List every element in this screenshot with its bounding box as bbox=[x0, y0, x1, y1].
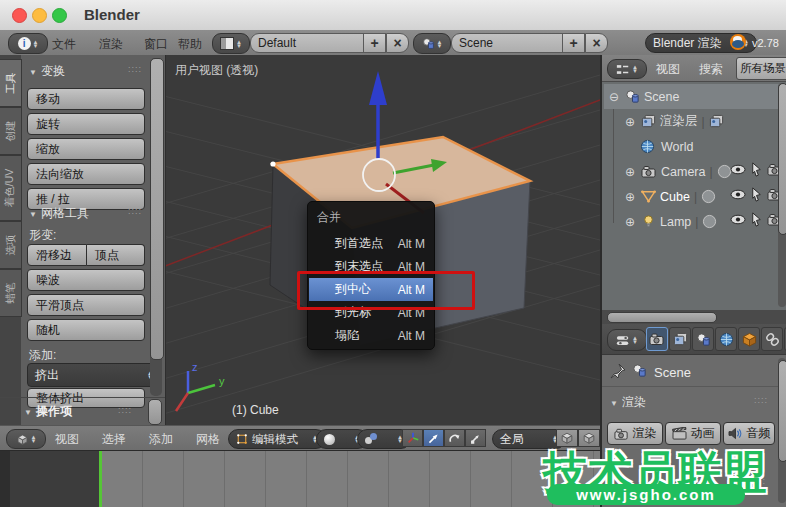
selectability-cursor-icon[interactable] bbox=[749, 162, 764, 177]
menu-file[interactable]: 文件 bbox=[52, 36, 76, 53]
outliner-tree-icon bbox=[616, 64, 630, 75]
shrink-fatten-button[interactable]: 法向缩放 bbox=[27, 163, 145, 185]
close-window-button[interactable] bbox=[12, 8, 27, 23]
timeline-playhead[interactable] bbox=[99, 451, 102, 507]
plus-icon: + bbox=[569, 35, 577, 51]
layout-name-field[interactable]: Default bbox=[250, 33, 371, 53]
extrude-dropdown[interactable]: 挤出 ▲▼ bbox=[27, 363, 161, 387]
selectability-cursor-icon[interactable] bbox=[749, 187, 764, 202]
delete-scene-button[interactable]: × bbox=[585, 33, 608, 53]
editor-type-info-button[interactable]: i ▲▼ bbox=[8, 33, 48, 54]
tab-tools[interactable]: 工具 bbox=[0, 59, 22, 107]
menu-select[interactable]: 选择 bbox=[102, 431, 126, 448]
outliner-horizontal-scrollbar[interactable] bbox=[600, 310, 786, 324]
scale-button[interactable]: 缩放 bbox=[27, 138, 145, 160]
outliner-hscrollbar-thumb[interactable] bbox=[607, 312, 717, 323]
tab-constraints[interactable] bbox=[761, 327, 783, 351]
tab-world[interactable] bbox=[715, 327, 737, 351]
tab-grease-pencil[interactable]: 蜡笔 bbox=[0, 269, 22, 317]
expand-icon[interactable]: ⊕ bbox=[623, 165, 637, 179]
outliner-row-renderlayers[interactable]: ⊕ 渲染层 | bbox=[604, 109, 786, 134]
operator-scrollbar-thumb[interactable] bbox=[148, 399, 162, 425]
visibility-eye-icon[interactable] bbox=[730, 189, 746, 200]
expand-icon[interactable]: ⊕ bbox=[623, 190, 637, 204]
outliner-scrollbar-thumb[interactable] bbox=[778, 83, 786, 235]
panel-drag-grip[interactable]: :::: bbox=[754, 395, 768, 405]
render-still-button[interactable]: 渲染 bbox=[607, 422, 663, 445]
randomize-button[interactable]: 随机 bbox=[27, 319, 145, 341]
render-layers-icon bbox=[641, 114, 656, 129]
axis-y-label: y bbox=[219, 375, 225, 387]
menu-help[interactable]: 帮助 bbox=[178, 36, 202, 53]
panel-meshtools-header[interactable]: ▼网格工具 bbox=[29, 205, 89, 222]
scene-name-field[interactable]: Scene bbox=[451, 33, 570, 53]
selectability-cursor-icon[interactable] bbox=[749, 212, 764, 227]
active-object-label: (1) Cube bbox=[232, 403, 279, 417]
outliner-scrollbar[interactable] bbox=[778, 83, 786, 307]
layout-icon bbox=[220, 37, 234, 50]
timeline[interactable] bbox=[0, 450, 600, 507]
delete-layout-button[interactable]: × bbox=[386, 33, 409, 53]
menu-view[interactable]: 视图 bbox=[55, 431, 79, 448]
outliner-menu-view[interactable]: 视图 bbox=[656, 61, 680, 78]
outliner-menu-search[interactable]: 搜索 bbox=[699, 61, 723, 78]
panel-drag-grip[interactable]: :::: bbox=[118, 405, 132, 415]
noise-button[interactable]: 噪波 bbox=[27, 269, 145, 291]
render-animation-button[interactable]: 动画 bbox=[665, 422, 721, 445]
toolshelf-scrollbar-thumb[interactable] bbox=[150, 58, 164, 360]
rotate-button[interactable]: 旋转 bbox=[27, 113, 145, 135]
menu-item-collapse[interactable]: 塌陷Alt M bbox=[309, 324, 433, 347]
minimize-window-button[interactable] bbox=[32, 8, 47, 23]
timeline-edge bbox=[0, 451, 10, 507]
editor-type-properties-button[interactable]: ▲▼ bbox=[607, 329, 647, 351]
edge-slide-button[interactable]: 滑移边 bbox=[27, 244, 87, 266]
manipulator-scale-button[interactable] bbox=[465, 429, 486, 447]
mode-selector[interactable]: 编辑模式 ▲▼ bbox=[228, 429, 326, 449]
vertex-slide-button[interactable]: 顶点 bbox=[87, 244, 145, 266]
outliner-filter-dropdown[interactable]: 所有场景 bbox=[736, 57, 786, 80]
tab-render-layers[interactable] bbox=[669, 327, 691, 351]
menu-item-at-first[interactable]: 到首选点Alt M bbox=[309, 232, 433, 255]
toolshelf-scrollbar[interactable] bbox=[150, 58, 162, 396]
zoom-window-button[interactable] bbox=[52, 8, 67, 23]
panel-transform-header[interactable]: ▼变换 bbox=[29, 63, 65, 80]
add-layout-button[interactable]: + bbox=[363, 33, 386, 53]
properties-scrollbar[interactable] bbox=[778, 358, 786, 503]
tab-scene[interactable] bbox=[692, 327, 714, 351]
expand-icon[interactable]: ⊕ bbox=[623, 215, 637, 229]
pin-icon[interactable] bbox=[610, 363, 626, 379]
visibility-eye-icon[interactable] bbox=[730, 164, 746, 175]
manipulator-toggle-button[interactable] bbox=[402, 429, 423, 447]
lamp-icon bbox=[641, 214, 656, 229]
panel-operator-header[interactable]: ▼操作项 bbox=[24, 403, 72, 420]
menu-mesh[interactable]: 网格 bbox=[196, 431, 220, 448]
panel-render-header[interactable]: ▼渲染 bbox=[610, 394, 646, 411]
render-audio-button[interactable]: 音频 bbox=[723, 422, 775, 445]
menu-render[interactable]: 渲染 bbox=[99, 36, 123, 53]
mesh-data-icon bbox=[701, 189, 716, 204]
panel-drag-grip[interactable]: :::: bbox=[128, 64, 142, 74]
visibility-eye-icon[interactable] bbox=[730, 214, 746, 225]
expand-icon[interactable]: ⊕ bbox=[623, 115, 637, 129]
tab-shading-uv[interactable]: 着色/UV bbox=[0, 155, 22, 221]
panel-drag-grip[interactable]: :::: bbox=[128, 206, 142, 216]
properties-scrollbar-thumb[interactable] bbox=[778, 360, 786, 462]
editor-type-outliner-button[interactable]: ▲▼ bbox=[607, 59, 647, 79]
menu-add[interactable]: 添加 bbox=[149, 431, 173, 448]
manipulator-translate-button[interactable] bbox=[423, 429, 444, 447]
collapse-icon[interactable]: ⊖ bbox=[607, 90, 621, 104]
scene-selector[interactable]: ▲▼ bbox=[413, 33, 451, 54]
translate-button[interactable]: 移动 bbox=[27, 88, 145, 110]
tab-object[interactable] bbox=[738, 327, 760, 351]
smooth-vertex-button[interactable]: 平滑顶点 bbox=[27, 294, 145, 316]
menu-window[interactable]: 窗口 bbox=[144, 36, 168, 53]
add-scene-button[interactable]: + bbox=[562, 33, 585, 53]
tab-create[interactable]: 创建 bbox=[0, 107, 22, 155]
screen-layout-selector[interactable]: ▲▼ bbox=[212, 33, 250, 54]
outliner-row-scene[interactable]: ⊖ Scene bbox=[604, 84, 786, 109]
editor-type-3dview-button[interactable]: ▲▼ bbox=[6, 429, 46, 449]
tab-options[interactable]: 选项 bbox=[0, 221, 22, 269]
manipulator-rotate-button[interactable] bbox=[444, 429, 465, 447]
tab-render[interactable] bbox=[646, 327, 668, 351]
outliner-row-world[interactable]: World bbox=[604, 134, 786, 159]
